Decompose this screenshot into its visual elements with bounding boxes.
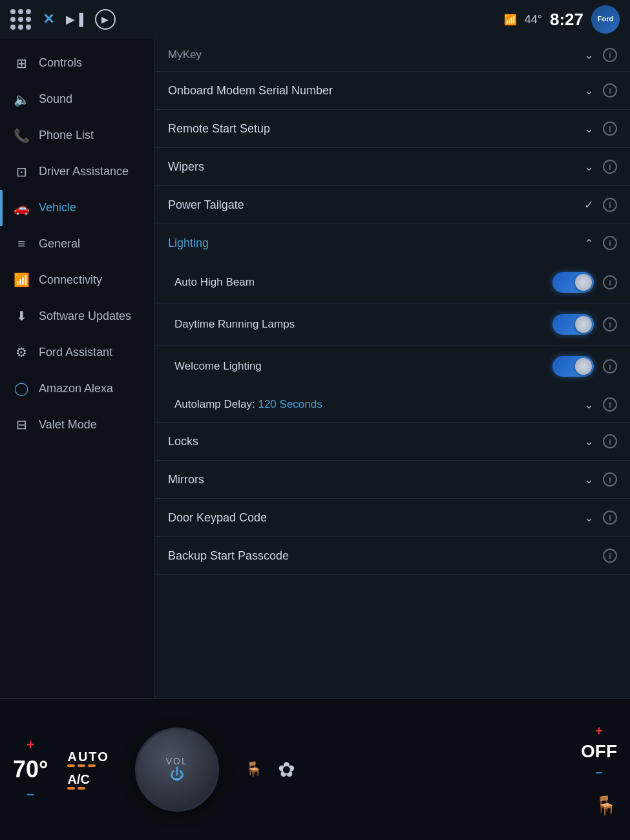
bottom-icon-row: 🪑 [594,795,617,816]
locks-section[interactable]: Locks ⌄ i [155,423,630,461]
mirrors-section[interactable]: Mirrors ⌄ i [155,461,630,499]
fan-symbol[interactable]: ✿ [278,757,295,782]
sound-icon: 🔈 [13,92,30,107]
door-keypad-section[interactable]: Door Keypad Code ⌄ i [155,499,630,537]
sidebar-label-vehicle: Vehicle [39,200,76,215]
seat-heat-icon[interactable]: 🪑 [245,761,262,778]
content-area: MyKey ⌄ i Onboard Modem Serial Number ⌄ … [155,39,630,698]
sidebar-item-driver-assistance[interactable]: ⊡ Driver Assistance [0,154,154,190]
auto-high-beam-toggle[interactable] [552,272,594,293]
vol-knob[interactable]: VOL ⏻ [135,728,219,812]
daytime-running-lamps-toggle[interactable] [552,314,594,335]
sidebar-item-amazon-alexa[interactable]: ◯ Amazon Alexa [0,370,154,406]
power-icon: ⏻ [170,766,184,783]
temp-minus-button[interactable]: – [26,786,34,803]
off-minus-button[interactable]: – [595,764,602,779]
autolamp-chevron: ⌄ [584,397,594,412]
sidebar-label-valet: Valet Mode [39,417,97,432]
temp-plus-button[interactable]: + [26,737,35,753]
ac-button[interactable]: A/C [67,772,109,787]
sidebar-label-connectivity: Connectivity [39,273,102,288]
sidebar-item-general[interactable]: ≡ General [0,226,154,262]
wipers-section[interactable]: Wipers ⌄ i [155,148,630,186]
off-control: + OFF – [581,724,617,779]
locks-info[interactable]: i [603,434,617,448]
ford-avatar[interactable]: Ford [591,5,620,34]
sidebar-item-controls[interactable]: ⊞ Controls [0,45,154,81]
auto-ac-block: AUTO A/C [67,750,109,790]
welcome-lighting-row: Welcome Lighting i [155,346,630,387]
vol-label: VOL [166,756,188,766]
sidebar-label-general: General [39,236,80,251]
power-tailgate-chevron: ✓ [584,198,594,212]
driver-assistance-icon: ⊡ [13,164,30,180]
welcome-lighting-toggle[interactable] [552,356,594,377]
wipers-label: Wipers [168,160,204,174]
remote-start-chevron: ⌄ [584,121,594,136]
door-keypad-label: Door Keypad Code [168,511,267,525]
auto-high-beam-info[interactable]: i [603,275,617,289]
mykey-label: MyKey [168,48,202,61]
power-tailgate-info[interactable]: i [603,198,617,212]
onboard-modem-info[interactable]: i [603,83,617,98]
sidebar-item-software-updates[interactable]: ⬇ Software Updates [0,298,154,334]
off-plus-button[interactable]: + [595,724,603,739]
sidebar-label-software: Software Updates [39,309,131,324]
mykey-row[interactable]: MyKey ⌄ i [155,39,630,72]
sidebar-item-sound[interactable]: 🔈 Sound [0,81,154,118]
wipers-info[interactable]: i [603,160,617,174]
remote-start-info[interactable]: i [603,121,617,136]
close-icon[interactable]: ✕ [43,11,54,28]
backup-passcode-info[interactable]: i [603,549,617,563]
vehicle-icon: 🚗 [13,200,30,216]
phone-icon: 📞 [13,128,30,143]
sidebar-label-controls: Controls [39,56,82,70]
power-tailgate-label: Power Tailgate [168,198,244,212]
ford-assistant-icon: ⚙ [13,344,30,360]
main-layout: ⊞ Controls 🔈 Sound 📞 Phone List ⊡ Driver… [0,39,630,698]
lighting-chevron: ⌄ [584,236,594,250]
backup-passcode-section[interactable]: Backup Start Passcode i [155,537,630,575]
lighting-label: Lighting [168,236,209,250]
backup-passcode-label: Backup Start Passcode [168,549,289,563]
mykey-chevron: ⌄ [584,48,594,62]
sidebar-label-alexa: Amazon Alexa [39,381,113,396]
locks-chevron: ⌄ [584,434,594,448]
sidebar-item-ford-assistant[interactable]: ⚙ Ford Assistant [0,334,154,370]
power-tailgate-section[interactable]: Power Tailgate ✓ i [155,186,630,224]
right-controls-bar: + OFF – 🪑 [581,724,617,816]
seat-icon[interactable]: 🪑 [594,795,617,816]
off-button[interactable]: OFF [581,741,617,762]
lighting-section-header[interactable]: Lighting ⌄ i [155,224,630,262]
mykey-info-icon[interactable]: i [603,48,617,62]
play-button[interactable]: ▶ [95,9,116,30]
lighting-info[interactable]: i [603,236,617,250]
ac-control: A/C [67,772,109,790]
wifi-icon: 📶 [504,14,517,26]
welcome-lighting-info[interactable]: i [603,359,617,373]
daytime-running-lamps-info[interactable]: i [603,317,617,331]
status-bar: ✕ ▶▐ ▶ 📶 44° 8:27 Ford [0,0,630,39]
auto-button[interactable]: AUTO [67,750,109,764]
apps-icon[interactable] [10,9,31,30]
valet-mode-icon: ⊟ [13,417,30,432]
onboard-modem-section[interactable]: Onboard Modem Serial Number ⌄ i [155,72,630,110]
auto-control: AUTO [67,750,109,767]
remote-start-section[interactable]: Remote Start Setup ⌄ i [155,110,630,148]
door-keypad-info[interactable]: i [603,510,617,525]
sidebar-item-connectivity[interactable]: 📶 Connectivity [0,262,154,298]
media-icon[interactable]: ▶▐ [66,12,83,26]
autolamp-info[interactable]: i [603,397,617,412]
sidebar-item-valet-mode[interactable]: ⊟ Valet Mode [0,406,154,443]
autolamp-delay-row: Autolamp Delay: 120 Seconds ⌄ i [155,387,630,422]
time-display: 8:27 [550,10,583,30]
sidebar-label-phone: Phone List [39,128,94,143]
mirrors-info[interactable]: i [603,472,617,487]
daytime-running-lamps-label: Daytime Running Lamps [174,318,295,331]
daytime-running-lamps-row: Daytime Running Lamps i [155,304,630,346]
autolamp-label: Autolamp Delay: [174,398,258,410]
sidebar-item-vehicle[interactable]: 🚗 Vehicle [0,190,154,226]
sidebar-item-phone-list[interactable]: 📞 Phone List [0,118,154,154]
temp-value-display: 70° [13,756,48,783]
remote-start-label: Remote Start Setup [168,122,270,136]
